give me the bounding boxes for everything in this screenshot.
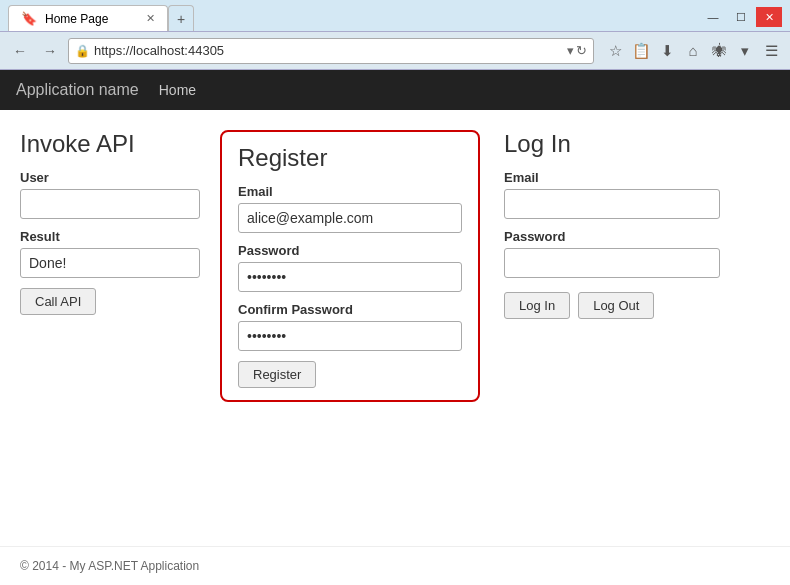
close-button[interactable]: ✕: [756, 7, 782, 27]
login-section: Log In Email Password Log In Log Out: [500, 130, 720, 402]
result-label: Result: [20, 229, 200, 244]
spider-icon[interactable]: 🕷: [708, 40, 730, 62]
bookmarks-icon[interactable]: ☆: [604, 40, 626, 62]
address-bar-actions: ▾ ↻: [567, 43, 587, 58]
address-input[interactable]: [94, 43, 563, 58]
maximize-button[interactable]: ☐: [728, 7, 754, 27]
invoke-api-section: Invoke API User Result Done! Call API: [20, 130, 220, 402]
invoke-heading: Invoke API: [20, 130, 200, 158]
login-password-label: Password: [504, 229, 720, 244]
call-api-button[interactable]: Call API: [20, 288, 96, 315]
app-navbar: Application name Home: [0, 70, 790, 110]
user-label: User: [20, 170, 200, 185]
login-email-label: Email: [504, 170, 720, 185]
home-icon[interactable]: ⌂: [682, 40, 704, 62]
login-buttons: Log In Log Out: [504, 292, 720, 319]
clipboard-icon[interactable]: 📋: [630, 40, 652, 62]
register-section: Register Email Password Confirm Password…: [220, 130, 480, 402]
minimize-button[interactable]: —: [700, 7, 726, 27]
dropdown-icon[interactable]: ▾: [567, 43, 574, 58]
address-bar-container: 🔒 ▾ ↻: [68, 38, 594, 64]
nav-home-link[interactable]: Home: [159, 82, 196, 98]
columns-container: Invoke API User Result Done! Call API Re…: [20, 130, 770, 402]
new-tab-button[interactable]: +: [168, 5, 194, 31]
register-confirm-input[interactable]: [238, 321, 462, 351]
register-button[interactable]: Register: [238, 361, 316, 388]
toolbar-icons: ☆ 📋 ⬇ ⌂ 🕷 ▾ ☰: [604, 40, 782, 62]
result-display: Done!: [20, 248, 200, 278]
back-button[interactable]: ←: [8, 39, 32, 63]
forward-button[interactable]: →: [38, 39, 62, 63]
register-heading: Register: [238, 144, 462, 172]
active-tab[interactable]: 🔖 Home Page ✕: [8, 5, 168, 31]
download-icon[interactable]: ⬇: [656, 40, 678, 62]
toolbar-dropdown-icon[interactable]: ▾: [734, 40, 756, 62]
login-password-input[interactable]: [504, 248, 720, 278]
user-input[interactable]: [20, 189, 200, 219]
register-password-label: Password: [238, 243, 462, 258]
browser-toolbar: ← → 🔒 ▾ ↻ ☆ 📋 ⬇ ⌂ 🕷 ▾ ☰: [0, 32, 790, 70]
tab-close-button[interactable]: ✕: [146, 12, 155, 25]
tab-icon: 🔖: [21, 11, 37, 26]
tab-label: Home Page: [45, 12, 108, 26]
page-footer: © 2014 - My ASP.NET Application: [0, 546, 790, 585]
register-email-input[interactable]: [238, 203, 462, 233]
browser-titlebar: 🔖 Home Page ✕ + — ☐ ✕: [0, 0, 790, 32]
app-name: Application name: [16, 81, 139, 99]
logout-button[interactable]: Log Out: [578, 292, 654, 319]
login-email-input[interactable]: [504, 189, 720, 219]
menu-icon[interactable]: ☰: [760, 40, 782, 62]
login-button[interactable]: Log In: [504, 292, 570, 319]
footer-text: © 2014 - My ASP.NET Application: [20, 559, 199, 573]
browser-window: 🔖 Home Page ✕ + — ☐ ✕ ← → 🔒 ▾ ↻ ☆ 📋 ⬇ ⌂ …: [0, 0, 790, 585]
lock-icon: 🔒: [75, 44, 90, 58]
reload-icon[interactable]: ↻: [576, 43, 587, 58]
window-controls: — ☐ ✕: [700, 7, 782, 31]
register-email-label: Email: [238, 184, 462, 199]
page-content: Invoke API User Result Done! Call API Re…: [0, 110, 790, 546]
register-password-input[interactable]: [238, 262, 462, 292]
login-heading: Log In: [504, 130, 720, 158]
register-confirm-label: Confirm Password: [238, 302, 462, 317]
